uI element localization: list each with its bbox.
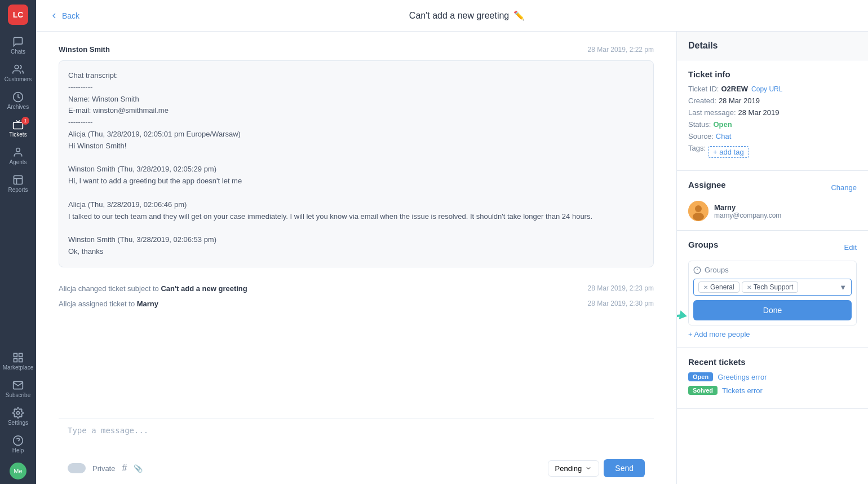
hashtag-icon[interactable]: # <box>122 463 127 473</box>
assignee-header: Assignee Change <box>688 180 857 195</box>
tickets-badge: 1 <box>21 117 29 125</box>
message-sender: Winston Smith <box>59 45 110 54</box>
svg-point-3 <box>16 148 20 152</box>
customers-icon <box>12 64 24 75</box>
send-button[interactable]: Send <box>604 459 645 477</box>
back-arrow-icon <box>50 11 59 20</box>
tickets-error-link[interactable]: Tickets error <box>722 386 763 395</box>
groups-dropdown-arrow[interactable]: ▼ <box>839 283 847 292</box>
greetings-error-link[interactable]: Greetings error <box>718 373 767 381</box>
sidebar-item-settings[interactable]: Settings <box>0 403 36 430</box>
ticket-id-row: Ticket ID: O2REW Copy URL <box>688 85 857 93</box>
chat-area: Winston Smith 28 Mar 2019, 2:22 pm Chat … <box>36 32 676 484</box>
message-toolbar: Private # 📎 Pending Send <box>59 455 654 484</box>
svg-rect-6 <box>19 354 23 357</box>
add-more-people-link[interactable]: + Add more people <box>688 330 857 338</box>
svg-point-9 <box>17 412 20 415</box>
groups-dropdown: Groups ✕ General ✕ Tech Support ▼ Don <box>688 261 857 325</box>
recent-ticket-solved: Solved Tickets error <box>688 386 857 395</box>
content-area: Winston Smith 28 Mar 2019, 2:22 pm Chat … <box>36 32 868 484</box>
edit-groups-link[interactable]: Edit <box>844 243 857 252</box>
ticket-title: Can't add a new greeting ✏️ <box>79 10 854 21</box>
remove-techsupport-icon[interactable]: ✕ <box>747 284 751 291</box>
solved-badge: Solved <box>688 386 718 395</box>
attachment-icon[interactable]: 📎 <box>134 464 143 473</box>
svg-point-0 <box>15 65 19 69</box>
created-row: Created: 28 Mar 2019 <box>688 96 857 105</box>
chevron-down-icon <box>585 465 592 472</box>
add-tag-button[interactable]: + add tag <box>708 146 749 158</box>
page-header: Back Can't add a new greeting ✏️ <box>36 0 868 32</box>
message-time: 28 Mar 2019, 2:22 pm <box>588 46 654 54</box>
svg-rect-8 <box>14 359 17 362</box>
svg-rect-4 <box>14 176 23 184</box>
assignee-section: Assignee Change Marny marny@company.com <box>677 171 868 231</box>
main-area: Back Can't add a new greeting ✏️ Winston… <box>36 0 868 484</box>
toolbar-right: Pending Send <box>548 459 645 477</box>
message-input[interactable] <box>68 426 645 448</box>
activity-log: Alicja changed ticket subject to Can't a… <box>59 281 654 311</box>
assignee-avatar <box>688 201 708 221</box>
remove-general-icon[interactable]: ✕ <box>703 284 708 291</box>
chat-icon <box>12 36 24 47</box>
svg-rect-5 <box>14 354 17 357</box>
source-row: Source: Chat <box>688 132 857 140</box>
groups-done-button[interactable]: Done <box>693 300 852 320</box>
sidebar-item-marketplace[interactable]: Marketplace <box>0 347 36 375</box>
sidebar-item-archives[interactable]: Archives <box>0 87 36 115</box>
change-assignee-link[interactable]: Change <box>831 183 857 192</box>
group-tag-techsupport: ✕ Tech Support <box>742 281 799 293</box>
help-icon <box>12 435 24 446</box>
recent-ticket-open: Open Greetings error <box>688 372 857 381</box>
activity-item: Alicja assigned ticket to Marny 28 Mar 2… <box>59 296 654 311</box>
reports-icon <box>12 174 24 186</box>
svg-point-13 <box>695 205 702 212</box>
tags-area: + add tag <box>708 146 749 158</box>
groups-dropdown-header: Groups <box>693 266 852 274</box>
agents-icon <box>12 147 24 158</box>
recent-tickets-title: Recent tickets <box>688 357 857 367</box>
sidebar-item-customers[interactable]: Customers <box>0 59 36 87</box>
svg-point-14 <box>693 213 704 221</box>
groups-input-row[interactable]: ✕ General ✕ Tech Support ▼ <box>693 279 852 296</box>
ticket-info-title: Ticket info <box>688 69 857 79</box>
copy-url-link[interactable]: Copy URL <box>751 85 782 93</box>
panel-title: Details <box>677 32 868 60</box>
svg-rect-2 <box>14 122 23 129</box>
message-header: Winston Smith 28 Mar 2019, 2:22 pm <box>59 45 654 54</box>
right-panel: Details Ticket info Ticket ID: O2REW Cop… <box>676 32 868 484</box>
group-tag-general: ✕ General <box>698 281 739 293</box>
user-avatar[interactable]: Me <box>10 463 26 479</box>
groups-icon <box>693 266 701 274</box>
sidebar-item-reports[interactable]: Reports <box>0 170 36 197</box>
last-message-row: Last message: 28 Mar 2019 <box>688 108 857 117</box>
status-row: Status: Open <box>688 120 857 129</box>
sidebar-item-tickets[interactable]: 1 Tickets <box>0 115 36 142</box>
groups-header: Groups Edit <box>688 240 857 255</box>
logo[interactable]: LC <box>8 5 28 25</box>
ticket-info-section: Ticket info Ticket ID: O2REW Copy URL Cr… <box>677 60 868 171</box>
sidebar-item-help[interactable]: Help <box>0 430 36 458</box>
chat-transcript: Chat transcript: ---------- Name: Winsto… <box>59 60 654 267</box>
sidebar-item-chats[interactable]: Chats <box>0 32 36 59</box>
chat-messages: Winston Smith 28 Mar 2019, 2:22 pm Chat … <box>59 45 654 419</box>
groups-section: Groups Edit Groups ✕ General ✕ <box>677 231 868 348</box>
archives-icon <box>12 91 24 103</box>
open-badge: Open <box>688 372 713 381</box>
settings-icon <box>12 407 24 419</box>
sidebar-item-subscribe[interactable]: Subscribe <box>0 375 36 403</box>
edit-title-icon[interactable]: ✏️ <box>513 10 525 21</box>
sidebar-item-agents[interactable]: Agents <box>0 142 36 170</box>
message-input-wrapper <box>59 419 654 455</box>
message-input-area: Private # 📎 Pending Send <box>59 419 654 484</box>
svg-marker-18 <box>679 310 688 320</box>
sidebar: LC Chats Customers Archives 1 Tickets Ag… <box>0 0 36 484</box>
toolbar-left: Private # 📎 <box>68 463 143 473</box>
private-toggle[interactable] <box>68 463 86 473</box>
back-button[interactable]: Back <box>50 11 79 20</box>
assignee-info: Marny marny@company.com <box>688 201 857 221</box>
activity-item: Alicja changed ticket subject to Can't a… <box>59 281 654 296</box>
recent-tickets-section: Recent tickets Open Greetings error Solv… <box>677 348 868 409</box>
ticket-status-select[interactable]: Pending <box>548 460 600 477</box>
assignee-avatar-img <box>688 201 708 221</box>
